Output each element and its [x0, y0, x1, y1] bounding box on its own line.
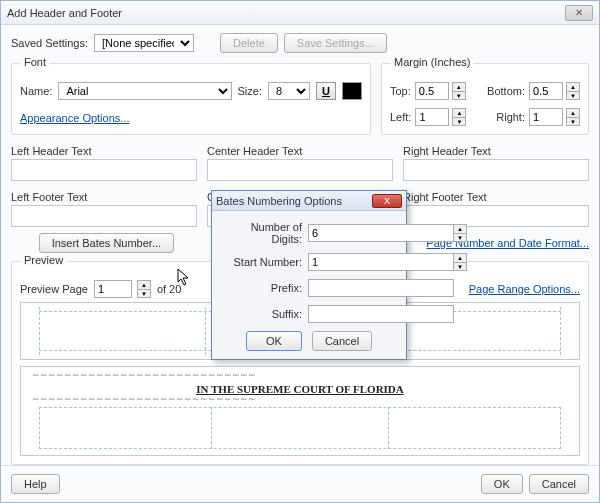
preview-page-input[interactable]	[94, 280, 132, 298]
add-header-footer-window: Add Header and Footer ✕ Saved Settings: …	[0, 0, 600, 503]
window-title: Add Header and Footer	[7, 7, 122, 19]
digits-label: Number of Digits:	[222, 221, 308, 245]
save-settings-button[interactable]: Save Settings...	[284, 33, 387, 53]
digits-spinner[interactable]: ▲▼	[453, 224, 467, 242]
margin-bottom-input[interactable]	[529, 82, 563, 100]
margin-bottom-spinner[interactable]: ▲▼	[566, 82, 580, 100]
bates-ok-button[interactable]: OK	[246, 331, 302, 351]
start-label: Start Number:	[222, 256, 308, 268]
ok-button[interactable]: OK	[481, 474, 523, 494]
font-name-select[interactable]: Arial	[58, 82, 231, 100]
preview-of-label: of 20	[157, 283, 181, 295]
suffix-input[interactable]	[308, 305, 454, 323]
margin-right-label: Right:	[496, 111, 525, 123]
margin-left-label: Left:	[390, 111, 411, 123]
start-input[interactable]	[308, 253, 454, 271]
insert-bates-number-button[interactable]: Insert Bates Number...	[39, 233, 174, 253]
font-size-select[interactable]: 8	[268, 82, 310, 100]
font-group: Font Name: Arial Size: 8 U Appearance Op…	[11, 63, 371, 135]
center-header-label: Center Header Text	[207, 145, 393, 157]
margin-top-input[interactable]	[415, 82, 449, 100]
right-header-input[interactable]	[403, 159, 589, 181]
left-footer-label: Left Footer Text	[11, 191, 197, 203]
left-header-label: Left Header Text	[11, 145, 197, 157]
suffix-label: Suffix:	[222, 308, 308, 320]
bates-dialog-close-button[interactable]: X	[372, 194, 402, 208]
cancel-button[interactable]: Cancel	[529, 474, 589, 494]
margin-right-spinner[interactable]: ▲▼	[566, 108, 580, 126]
preview-page-label: Preview Page	[20, 283, 88, 295]
delete-button[interactable]: Delete	[220, 33, 278, 53]
font-name-label: Name:	[20, 85, 52, 97]
margin-legend: Margin (Inches)	[390, 56, 474, 68]
margin-top-label: Top:	[390, 85, 411, 97]
page-range-options-link[interactable]: Page Range Options...	[469, 283, 580, 295]
left-footer-input[interactable]	[11, 205, 197, 227]
preview-document-area: IN THE SUPREME COURT OF FLORIDA	[20, 366, 580, 456]
margin-right-input[interactable]	[529, 108, 563, 126]
margin-top-spinner[interactable]: ▲▼	[452, 82, 466, 100]
preview-legend: Preview	[20, 254, 67, 266]
margin-left-spinner[interactable]: ▲▼	[452, 108, 466, 126]
appearance-options-link[interactable]: Appearance Options...	[20, 112, 129, 124]
help-button[interactable]: Help	[11, 474, 60, 494]
prefix-label: Prefix:	[222, 282, 308, 294]
bates-cancel-button[interactable]: Cancel	[312, 331, 372, 351]
digits-input[interactable]	[308, 224, 454, 242]
font-legend: Font	[20, 56, 50, 68]
titlebar: Add Header and Footer ✕	[1, 1, 599, 25]
right-footer-label: Right Footer Text	[403, 191, 589, 203]
preview-doc-text: IN THE SUPREME COURT OF FLORIDA	[21, 383, 579, 395]
left-header-input[interactable]	[11, 159, 197, 181]
preview-page-spinner[interactable]: ▲▼	[137, 280, 151, 298]
font-size-label: Size:	[238, 85, 262, 97]
right-header-label: Right Header Text	[403, 145, 589, 157]
center-header-input[interactable]	[207, 159, 393, 181]
font-color-button[interactable]	[342, 82, 362, 100]
start-spinner[interactable]: ▲▼	[453, 253, 467, 271]
margin-group: Margin (Inches) Top: ▲▼ Bottom: ▲▼ Left:…	[381, 63, 589, 135]
margin-left-input[interactable]	[415, 108, 449, 126]
bates-dialog-title: Bates Numbering Options	[216, 195, 342, 207]
saved-settings-select[interactable]: [None specified]	[94, 34, 194, 52]
margin-bottom-label: Bottom:	[487, 85, 525, 97]
prefix-input[interactable]	[308, 279, 454, 297]
saved-settings-label: Saved Settings:	[11, 37, 88, 49]
underline-button[interactable]: U	[316, 82, 336, 100]
bates-numbering-dialog: Bates Numbering Options X Number of Digi…	[211, 190, 407, 360]
window-close-button[interactable]: ✕	[565, 5, 593, 21]
